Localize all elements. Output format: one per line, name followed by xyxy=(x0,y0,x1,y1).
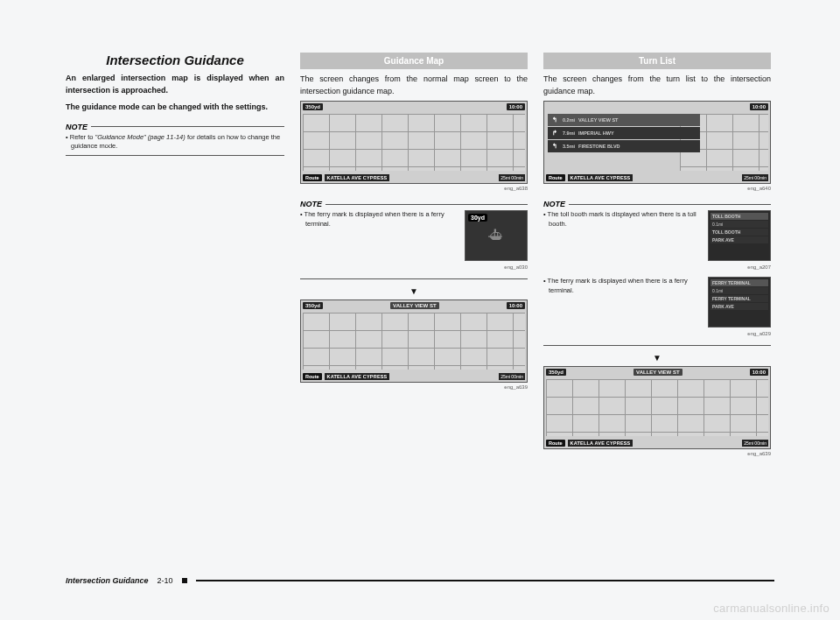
note-heading: NOTE xyxy=(66,123,284,131)
turn-arrow-icon: ↰ xyxy=(550,116,559,124)
page-footer: Intersection Guidance 2-10 xyxy=(66,576,774,585)
screenshot-topbar: 350yd VALLEY VIEW ST 10:00 xyxy=(546,369,768,376)
turn-list-screenshot-2: 350yd VALLEY VIEW ST 10:00 Route KATELLA… xyxy=(543,366,771,449)
note-toll-text: • The toll booth mark is displayed when … xyxy=(543,210,703,229)
time-badge: 10:00 xyxy=(750,103,768,110)
footer-title: Intersection Guidance xyxy=(66,576,149,585)
turn-list-screenshot-1: ↰ 0.2mi VALLEY VIEW ST ↱ 7.9mi IMPERIAL … xyxy=(543,101,771,184)
image-caption: eng_a640 xyxy=(543,186,771,191)
ferry-thumbnail: 30yd ⛴ xyxy=(465,210,528,261)
note-label: NOTE xyxy=(300,200,322,208)
screenshot-topbar: x 10:00 xyxy=(546,103,768,110)
note-rule xyxy=(91,126,284,127)
meter-badge: 25mi 00min xyxy=(499,174,525,181)
footer-rule xyxy=(196,580,774,581)
guidance-map-header: Guidance Map xyxy=(300,53,528,69)
route-badge: Route xyxy=(303,174,322,181)
section-title: Intersection Guidance xyxy=(66,53,284,67)
ferry-row: 0.1mi xyxy=(710,287,768,294)
turn-street: VALLEY VIEW ST xyxy=(578,117,618,123)
turn-list: ↰ 0.2mi VALLEY VIEW ST ↱ 7.9mi IMPERIAL … xyxy=(548,114,700,152)
map-grid xyxy=(546,379,768,436)
footer-endcap xyxy=(182,578,187,583)
note-ferry-text: • The ferry mark is displayed when there… xyxy=(300,210,459,229)
turn-distance: 7.9mi xyxy=(563,130,575,136)
screenshot-bottombar: Route KATELLA AVE CYPRESS 25mi 00min xyxy=(546,440,768,447)
address-badge: KATELLA AVE CYPRESS xyxy=(568,174,634,181)
turn-arrow-icon: ↱ xyxy=(550,129,559,137)
column-left: Intersection Guidance An enlarged inters… xyxy=(66,53,284,543)
guidance-map-screenshot-2: 350yd VALLEY VIEW ST 10:00 Route KATELLA… xyxy=(300,299,528,383)
image-caption: eng_a638 xyxy=(300,186,528,191)
turn-list-row: ↰ 3.5mi FIRESTONE BLVD xyxy=(548,140,700,152)
intro-text-2: The guidance mode can be changed with th… xyxy=(66,102,284,114)
note-rule xyxy=(326,204,528,205)
toll-row: 0.1mi xyxy=(710,221,768,228)
route-badge: Route xyxy=(303,373,322,380)
note-end-rule xyxy=(66,155,284,156)
screenshot-bottombar: Route KATELLA AVE CYPRESS 25mi 00min xyxy=(303,373,525,380)
screenshot-bottombar: Route KATELLA AVE CYPRESS 25mi 00min xyxy=(303,174,525,181)
screenshot-topbar: 350yd VALLEY VIEW ST 10:00 xyxy=(303,302,525,309)
map-grid xyxy=(303,313,525,370)
time-badge: 10:00 xyxy=(507,103,525,110)
distance-badge: 350yd xyxy=(546,369,566,376)
ferry-icon: ⛴ xyxy=(488,227,504,245)
ferry-row: PARK AVE xyxy=(710,303,768,310)
meter-badge: 25mi 00min xyxy=(742,174,768,181)
turn-street: IMPERIAL HWY xyxy=(578,130,614,136)
banner-badge: VALLEY VIEW ST xyxy=(390,302,438,309)
map-grid xyxy=(303,114,525,171)
screenshot-bottombar: Route KATELLA AVE CYPRESS 25mi 00min xyxy=(546,174,768,181)
note-label: NOTE xyxy=(66,123,88,131)
ferry-row: FERRY TERMINAL xyxy=(710,295,768,302)
note-rule xyxy=(569,204,771,205)
image-caption: eng_a207 xyxy=(543,264,771,270)
address-badge: KATELLA AVE CYPRESS xyxy=(325,373,390,380)
distance-badge: 350yd xyxy=(303,302,323,309)
image-caption: eng_a639 xyxy=(543,451,771,456)
column-middle: Guidance Map The screen changes from the… xyxy=(300,53,528,543)
note-heading: NOTE xyxy=(300,200,528,208)
toll-row: TOLL BOOTH xyxy=(710,213,768,220)
note-ferry: • The ferry mark is displayed when there… xyxy=(543,277,771,329)
address-badge: KATELLA AVE CYPRESS xyxy=(325,174,390,181)
distance-badge: 350yd xyxy=(303,103,323,110)
address-badge: KATELLA AVE CYPRESS xyxy=(568,440,634,447)
note-prefix: • Refer to xyxy=(66,133,94,141)
image-caption: eng_a030 xyxy=(300,264,528,270)
ferry-row: FERRY TERMINAL xyxy=(710,279,768,286)
note-ferry: • The ferry mark is displayed when there… xyxy=(300,210,528,263)
ferry-distance: 30yd xyxy=(468,214,487,222)
watermark: carmanualsonline.info xyxy=(713,602,830,615)
guidance-map-screenshot-1: 350yd 10:00 Route KATELLA AVE CYPRESS 25… xyxy=(300,101,528,184)
note-end-rule xyxy=(300,278,528,279)
turn-arrow-icon: ↰ xyxy=(550,142,559,151)
intro-text-1: An enlarged intersection map is displaye… xyxy=(66,73,284,96)
screenshot-topbar: 350yd 10:00 xyxy=(303,103,525,110)
time-badge: 10:00 xyxy=(750,369,768,376)
image-caption: eng_a029 xyxy=(543,331,771,336)
page-content: Intersection Guidance An enlarged inters… xyxy=(66,53,774,543)
note-ferry-text: • The ferry mark is displayed when there… xyxy=(543,277,703,295)
turn-list-row: ↱ 7.9mi IMPERIAL HWY xyxy=(548,127,700,139)
turn-list-header: Turn List xyxy=(543,53,771,69)
time-badge: 10:00 xyxy=(507,302,525,309)
meter-badge: 25mi 00min xyxy=(499,373,525,380)
turn-list-row: ↰ 0.2mi VALLEY VIEW ST xyxy=(548,114,700,126)
note-body: • Refer to "Guidance Mode" (page 11-14) … xyxy=(66,133,284,151)
toll-row: TOLL BOOTH xyxy=(710,229,768,236)
turn-list-body: The screen changes from the turn list to… xyxy=(543,74,771,97)
note-ref: "Guidance Mode" (page 11-14) xyxy=(94,133,185,141)
route-badge: Route xyxy=(546,440,565,447)
down-arrow-icon: ▼ xyxy=(300,286,528,296)
route-badge: Route xyxy=(546,174,565,181)
note-heading: NOTE xyxy=(543,200,771,208)
meter-badge: 25mi 00min xyxy=(742,440,768,447)
banner-badge: VALLEY VIEW ST xyxy=(634,369,682,376)
turn-distance: 0.2mi xyxy=(563,117,575,123)
footer-page-number: 2-10 xyxy=(158,576,173,585)
toll-thumbnail: TOLL BOOTH 0.1mi TOLL BOOTH PARK AVE xyxy=(708,210,771,261)
turn-distance: 3.5mi xyxy=(563,144,575,149)
column-right: Turn List The screen changes from the tu… xyxy=(543,53,771,543)
